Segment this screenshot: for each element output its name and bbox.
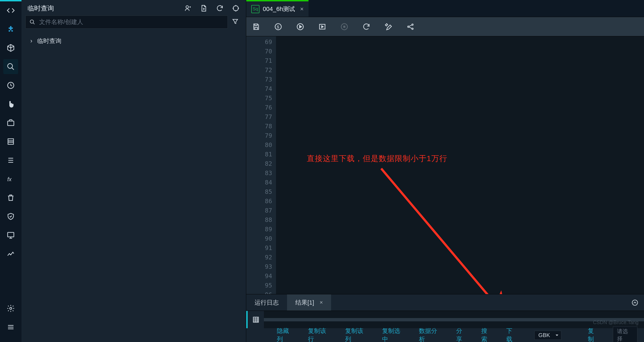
svg-point-7 [186, 6, 188, 8]
line-gutter: 6970717273747576777879808182838485868788… [246, 36, 276, 294]
tab-name: 004_6h测试 [263, 5, 295, 13]
left-rail: fx [0, 0, 21, 342]
action-download[interactable]: 下载 [506, 327, 518, 342]
result-tab-close-icon[interactable]: × [320, 299, 323, 306]
rail-settings-icon[interactable] [3, 301, 18, 316]
rail-display-icon[interactable] [3, 228, 18, 243]
filter-icon[interactable] [232, 18, 240, 26]
result-action-bar: 隐藏列 复制该行 复制该列 复制选中 数据分析 分享 搜索 下载 GBK 复制 … [246, 328, 644, 342]
tab-close-icon[interactable]: × [300, 6, 304, 13]
copy-target-select[interactable]: 请选择 [613, 326, 637, 342]
encoding-select[interactable]: GBK [534, 331, 561, 340]
svg-point-9 [30, 20, 34, 23]
annotation-text: 直接这里下载，但是数据限制小于1万行 [307, 153, 447, 164]
rail-accent [0, 0, 21, 1]
result-grid-icon[interactable] [246, 311, 264, 329]
svg-point-16 [408, 26, 409, 27]
editor-tab[interactable]: Sq 004_6h测试 × [246, 0, 309, 17]
rail-search-icon[interactable] [3, 59, 18, 74]
cost-icon[interactable]: $ [273, 22, 283, 32]
rail-plugin-icon[interactable] [3, 22, 18, 37]
svg-text:$: $ [277, 25, 279, 29]
tree-root-item[interactable]: › 临时查询 [28, 37, 240, 45]
rail-trash-icon[interactable] [3, 190, 18, 205]
action-search[interactable]: 搜索 [481, 327, 493, 342]
result-scrollbar[interactable] [264, 318, 644, 321]
action-hide-column[interactable]: 隐藏列 [277, 327, 295, 342]
action-copy-row[interactable]: 复制该行 [308, 327, 332, 342]
run-icon[interactable] [295, 22, 305, 32]
search-icon [29, 19, 35, 25]
svg-rect-15 [343, 26, 345, 28]
action-copy-column[interactable]: 复制该列 [345, 327, 369, 342]
svg-text:fx: fx [7, 176, 12, 182]
save-icon[interactable] [251, 22, 261, 32]
annotation-arrow [376, 163, 519, 294]
action-analyze[interactable]: 数据分析 [419, 327, 443, 342]
rail-list-icon[interactable] [3, 153, 18, 168]
rail-table-icon[interactable] [3, 134, 18, 149]
tab-result[interactable]: 结果[1] × [287, 294, 331, 311]
rail-chart-icon[interactable] [3, 246, 18, 261]
action-copy-selection[interactable]: 复制选中 [382, 327, 406, 342]
side-panel-title: 临时查询 [28, 4, 184, 13]
action-share[interactable]: 分享 [456, 327, 468, 342]
rail-briefcase-icon[interactable] [3, 115, 18, 130]
format-icon[interactable] [383, 22, 393, 32]
watermark: CSDN @Bruce.Tang [593, 320, 638, 325]
stop-icon[interactable] [339, 22, 349, 32]
editor-toolbar: $ [246, 17, 644, 36]
reload-icon[interactable] [361, 22, 371, 32]
svg-rect-5 [8, 232, 14, 237]
rail-menu-icon[interactable] [3, 320, 18, 335]
svg-point-18 [412, 28, 413, 29]
side-panel: 临时查询 › 临时查询 [21, 0, 246, 342]
editor-tabbar: Sq 004_6h测试 × [246, 0, 644, 17]
rail-history-icon[interactable] [3, 78, 18, 93]
rail-fx-icon[interactable]: fx [3, 172, 18, 186]
new-file-icon[interactable] [200, 4, 208, 12]
svg-point-0 [8, 64, 13, 69]
svg-rect-2 [8, 121, 14, 126]
rail-hand-icon[interactable] [3, 97, 18, 112]
result-toolbar [246, 311, 644, 328]
code-area[interactable]: 直接这里下载，但是数据限制小于1万行 [276, 36, 644, 294]
share-nodes-icon[interactable] [405, 22, 415, 32]
file-tree: › 临时查询 [21, 32, 246, 50]
refresh-icon[interactable] [216, 4, 224, 12]
bottom-tabbar: 运行日志 结果[1] × [246, 294, 644, 311]
target-icon[interactable] [232, 4, 240, 12]
svg-point-20 [632, 300, 638, 305]
action-copy[interactable]: 复制 [588, 327, 600, 342]
svg-line-19 [381, 169, 500, 294]
svg-point-8 [233, 6, 239, 11]
search-input[interactable] [39, 18, 224, 26]
run-selection-icon[interactable] [317, 22, 327, 32]
rail-code-icon[interactable] [3, 3, 18, 18]
search-box[interactable] [25, 15, 228, 29]
user-icon[interactable] [184, 4, 192, 12]
rail-package-icon[interactable] [3, 40, 18, 55]
expand-icon[interactable] [631, 294, 638, 311]
svg-point-6 [10, 307, 12, 310]
rail-shield-icon[interactable] [3, 209, 18, 224]
tree-root-label: 临时查询 [37, 37, 61, 45]
code-editor[interactable]: 6970717273747576777879808182838485868788… [246, 36, 644, 294]
svg-point-17 [412, 24, 413, 25]
tab-run-log[interactable]: 运行日志 [246, 294, 287, 311]
svg-rect-21 [253, 317, 258, 322]
main-area: Sq 004_6h测试 × $ 697071727374757677787980… [246, 0, 644, 342]
svg-rect-3 [8, 139, 13, 144]
tab-badge: Sq [251, 5, 259, 13]
chevron-right-icon: › [30, 37, 32, 45]
